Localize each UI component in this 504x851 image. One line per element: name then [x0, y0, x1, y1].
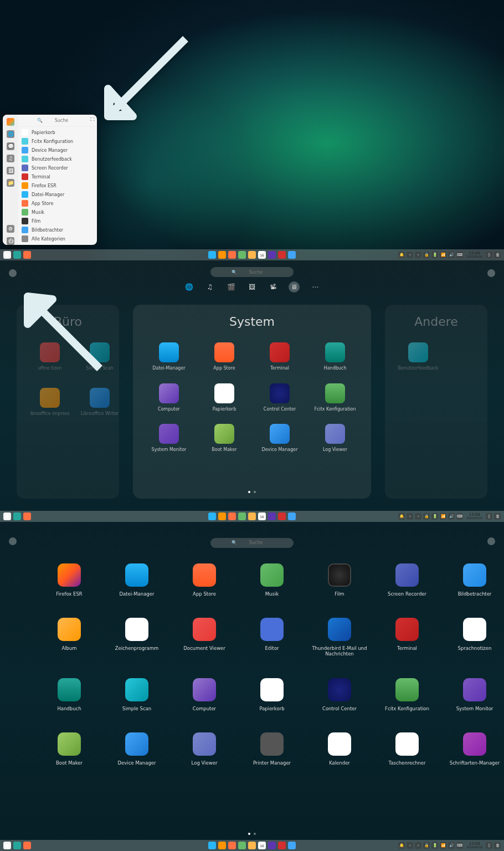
- launcher-item[interactable]: Datei-Manager: [18, 190, 97, 199]
- tray-chevron-right-icon[interactable]: ›: [407, 842, 413, 849]
- full-grid-search[interactable]: 🔍: [210, 538, 294, 548]
- launcher-item[interactable]: Fcitx Konfiguration: [18, 137, 97, 146]
- workspace-button[interactable]: [23, 842, 31, 849]
- taskbar-cal-icon[interactable]: 16: [258, 512, 266, 520]
- tray-chevron-left-icon[interactable]: ‹: [415, 842, 421, 849]
- show-desktop-button[interactable]: ◊: [486, 252, 492, 258]
- app-item[interactable]: Album: [42, 618, 97, 657]
- tray-bell-icon[interactable]: 🔔: [398, 842, 405, 849]
- settings-icon[interactable]: ⚙: [7, 225, 14, 233]
- app-item[interactable]: System Monitor: [147, 424, 191, 453]
- taskbar-store-icon[interactable]: [228, 512, 236, 520]
- tray-keyboard-icon[interactable]: ⌨: [456, 252, 463, 258]
- virtual-desktops-button[interactable]: [13, 512, 21, 520]
- taskbar-files-icon[interactable]: [208, 512, 216, 520]
- tray-chevron-right-icon[interactable]: ›: [407, 513, 413, 520]
- workspace-button[interactable]: [23, 251, 31, 259]
- trash-tray-icon[interactable]: 🗑: [494, 513, 501, 520]
- app-item[interactable]: Editor: [244, 618, 300, 657]
- search-input[interactable]: [45, 118, 78, 123]
- app-item[interactable]: Handbuch: [42, 678, 97, 711]
- category-tab-present[interactable]: 📽: [268, 281, 279, 293]
- tray-bell-icon[interactable]: 🔔: [398, 513, 405, 520]
- launcher-logo-icon[interactable]: [7, 118, 14, 126]
- tray-sound-icon[interactable]: 🔊: [448, 842, 455, 849]
- tray-wifi-icon[interactable]: 📶: [440, 252, 446, 258]
- clock[interactable]: 13:08 2020/09/16: [465, 513, 484, 520]
- app-item[interactable]: Control Center: [258, 383, 302, 412]
- tray-wifi-icon[interactable]: 📶: [440, 842, 446, 849]
- launcher-item[interactable]: Terminal: [18, 172, 97, 181]
- tray-bell-icon[interactable]: 🔔: [398, 252, 405, 258]
- clock[interactable]: 13:04 2020/09/16: [465, 252, 484, 258]
- app-item[interactable]: Device Manager: [109, 732, 164, 766]
- app-item[interactable]: Datei-Manager: [147, 342, 191, 371]
- app-item[interactable]: Kalender: [312, 732, 367, 766]
- taskbar-store-icon[interactable]: [228, 842, 236, 849]
- taskbar-firefox-icon[interactable]: [218, 251, 226, 259]
- app-item[interactable]: Thunderbird E-Mail und Nachrichten: [312, 618, 367, 657]
- taskbar-firefox-icon[interactable]: [218, 512, 226, 520]
- launcher-item[interactable]: App Store: [18, 199, 97, 208]
- tray-keyboard-icon[interactable]: ⌨: [456, 842, 463, 849]
- tray-keyboard-icon[interactable]: ⌨: [456, 513, 463, 520]
- tray-power-icon[interactable]: 🔋: [431, 252, 438, 258]
- taskbar-files-icon[interactable]: [208, 251, 216, 259]
- category-internet-icon[interactable]: 🌐: [7, 130, 14, 138]
- app-item[interactable]: Boot Maker: [42, 732, 97, 766]
- app-item[interactable]: Simple Scan: [109, 678, 164, 711]
- taskbar-app-icon[interactable]: [288, 512, 296, 520]
- taskbar-terminal-icon[interactable]: [278, 251, 286, 259]
- launcher-item[interactable]: Device Manager: [18, 146, 97, 155]
- taskbar-cal-icon[interactable]: 16: [258, 842, 266, 849]
- app-item[interactable]: Schriftarten-Manager: [447, 732, 502, 766]
- launcher-item[interactable]: Benutzerfeedback: [18, 155, 97, 163]
- tray-power-icon[interactable]: 🔋: [431, 842, 438, 849]
- app-item[interactable]: Computer: [147, 383, 191, 412]
- category-tab-music[interactable]: ♫: [204, 281, 215, 293]
- app-item[interactable]: Printer Manager: [244, 732, 300, 766]
- taskbar-store-icon[interactable]: [228, 251, 236, 259]
- taskbar-music-icon[interactable]: [238, 512, 246, 520]
- tray-wifi-icon[interactable]: 📶: [440, 513, 446, 520]
- taskbar-terminal-icon[interactable]: [278, 842, 286, 849]
- taskbar-image-icon[interactable]: [248, 251, 256, 259]
- app-item[interactable]: Film: [312, 563, 367, 597]
- search-input[interactable]: [239, 270, 272, 275]
- trash-tray-icon[interactable]: 🗑: [494, 842, 501, 849]
- category-card-right[interactable]: Andere Benutzerfeedback: [385, 305, 487, 499]
- search-input[interactable]: [239, 540, 272, 545]
- tray-power-icon[interactable]: 🔋: [431, 513, 438, 520]
- expand-launcher-button[interactable]: ⛶: [90, 117, 95, 122]
- category-search[interactable]: 🔍: [210, 267, 294, 277]
- app-item[interactable]: Zeichenprogramm: [109, 618, 164, 657]
- app-item[interactable]: Log Viewer: [313, 424, 357, 453]
- taskbar-files-icon[interactable]: [208, 842, 216, 849]
- page-dots[interactable]: [248, 833, 256, 835]
- app-item[interactable]: Log Viewer: [177, 732, 232, 766]
- category-chat-icon[interactable]: 💬: [7, 142, 14, 150]
- taskbar-app-icon[interactable]: [288, 251, 296, 259]
- launcher-item[interactable]: Bildbetrachter: [18, 225, 97, 234]
- app-item[interactable]: Libreoffice Writer: [78, 388, 122, 417]
- tray-lock-icon[interactable]: 🔒: [423, 252, 430, 258]
- app-item[interactable]: System Monitor: [447, 678, 502, 711]
- app-item[interactable]: Musik: [244, 563, 300, 597]
- app-item[interactable]: Taschenrechner: [379, 732, 435, 766]
- app-item[interactable]: Benutzerfeedback: [396, 342, 440, 371]
- app-item[interactable]: Terminal: [258, 342, 302, 371]
- taskbar-music-icon[interactable]: [238, 251, 246, 259]
- launcher-button[interactable]: ◉: [3, 842, 11, 849]
- app-item[interactable]: Handbuch: [313, 342, 357, 371]
- launcher-search[interactable]: 🔍: [18, 115, 97, 127]
- launcher-item[interactable]: Papierkorb: [18, 128, 97, 137]
- app-item[interactable]: Terminal: [379, 618, 435, 657]
- app-item[interactable]: App Store: [177, 563, 232, 597]
- category-tab-video[interactable]: 🎬: [225, 281, 236, 293]
- tray-sound-icon[interactable]: 🔊: [448, 252, 455, 258]
- app-item[interactable]: Fcitx Konfiguration: [313, 383, 357, 412]
- app-item[interactable]: Computer: [177, 678, 232, 711]
- category-music-icon[interactable]: ♫: [7, 155, 14, 162]
- category-image-icon[interactable]: 🖼: [7, 167, 14, 175]
- clock[interactable]: 13:08 2020/09/16: [465, 842, 484, 849]
